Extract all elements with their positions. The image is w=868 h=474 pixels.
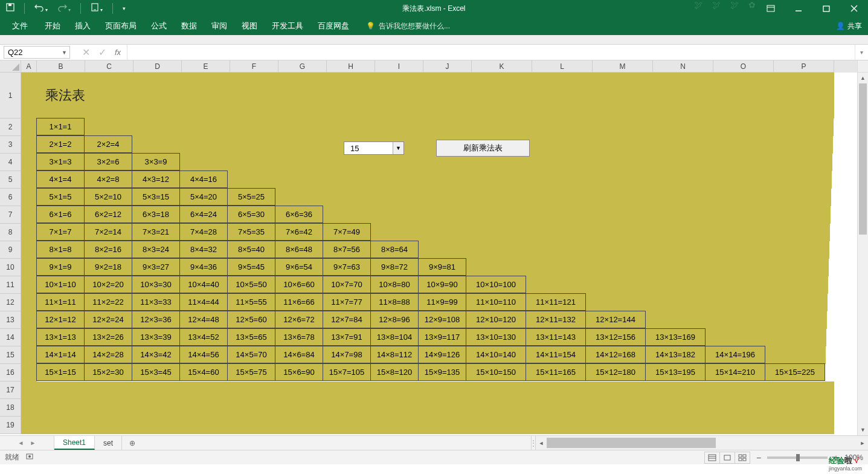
page-break-view-button[interactable] <box>735 452 750 464</box>
table-cell[interactable]: 9×5=45 <box>227 258 275 276</box>
table-cell[interactable]: 15×15=225 <box>765 363 825 381</box>
zoom-slider[interactable] <box>767 456 828 459</box>
cell[interactable] <box>275 189 324 206</box>
cell[interactable] <box>21 171 37 189</box>
table-cell[interactable]: 10×1=10 <box>36 276 85 293</box>
table-cell[interactable]: 13×3=39 <box>132 328 180 346</box>
touch-mode-icon[interactable]: ▾ <box>91 3 103 14</box>
cell[interactable] <box>529 189 590 206</box>
table-cell[interactable]: 11×3=33 <box>132 293 180 311</box>
cell[interactable] <box>323 206 371 224</box>
cell[interactable] <box>649 206 710 224</box>
cell[interactable] <box>530 154 591 171</box>
cell[interactable] <box>651 154 712 171</box>
column-header[interactable]: H <box>327 60 375 73</box>
cell[interactable] <box>21 294 37 311</box>
cell[interactable] <box>182 417 230 434</box>
cell[interactable] <box>375 118 423 136</box>
cell[interactable] <box>420 189 469 206</box>
cell[interactable] <box>587 259 648 276</box>
cell[interactable] <box>773 118 834 136</box>
cell[interactable] <box>768 259 829 276</box>
table-cell[interactable]: 12×9=108 <box>418 311 466 328</box>
table-cell[interactable]: 7×7=49 <box>323 223 371 241</box>
cell[interactable] <box>769 241 829 259</box>
table-cell[interactable]: 5×3=15 <box>132 188 180 206</box>
cell[interactable] <box>653 417 713 434</box>
table-cell[interactable]: 14×13=182 <box>645 346 706 363</box>
cell[interactable] <box>527 259 587 276</box>
table-cell[interactable]: 8×8=64 <box>370 241 419 258</box>
cell[interactable] <box>420 206 468 224</box>
table-cell[interactable]: 11×10=110 <box>466 293 526 311</box>
table-cell[interactable]: 15×14=210 <box>705 363 765 381</box>
cell[interactable] <box>771 171 832 189</box>
cell[interactable] <box>593 381 653 399</box>
table-cell[interactable]: 7×5=35 <box>227 223 275 241</box>
table-cell[interactable]: 12×11=132 <box>526 311 586 328</box>
table-cell[interactable]: 8×3=24 <box>132 241 180 258</box>
table-cell[interactable]: 9×4=36 <box>179 258 228 276</box>
cell[interactable] <box>327 381 375 399</box>
cell[interactable] <box>327 399 375 417</box>
table-cell[interactable]: 12×5=60 <box>227 311 275 328</box>
cell[interactable] <box>230 118 278 136</box>
fx-icon[interactable]: fx <box>115 48 121 57</box>
table-cell[interactable]: 13×11=143 <box>526 328 586 346</box>
cell[interactable] <box>133 399 182 417</box>
table-cell[interactable]: 14×9=126 <box>418 346 466 363</box>
table-cell[interactable]: 13×2=26 <box>84 328 132 346</box>
scroll-left-icon[interactable]: ◄ <box>536 440 547 446</box>
formula-input[interactable] <box>127 45 855 60</box>
cell[interactable] <box>532 381 593 399</box>
table-cell[interactable]: 15×1=15 <box>36 363 85 381</box>
table-cell[interactable]: 9×1=9 <box>36 258 85 276</box>
table-cell[interactable]: 15×2=30 <box>84 363 132 381</box>
cell[interactable] <box>21 136 37 154</box>
cell[interactable] <box>21 364 37 381</box>
cell[interactable] <box>472 73 532 118</box>
cell[interactable] <box>133 118 181 136</box>
cell[interactable] <box>767 311 827 329</box>
normal-view-button[interactable] <box>704 452 720 464</box>
cell[interactable] <box>423 417 472 434</box>
cell[interactable] <box>469 189 529 206</box>
table-cell[interactable]: 6×4=24 <box>179 206 228 223</box>
cell[interactable] <box>713 417 774 434</box>
row-header[interactable]: 9 <box>0 241 21 259</box>
scroll-down-icon[interactable]: ▼ <box>858 424 868 435</box>
cell[interactable] <box>712 154 772 171</box>
cell[interactable] <box>593 417 653 434</box>
ribbon-tab-7[interactable]: 视图 <box>234 17 265 35</box>
cell[interactable] <box>590 171 651 189</box>
table-cell[interactable]: 14×7=98 <box>323 346 371 363</box>
cell[interactable] <box>181 118 230 136</box>
column-header[interactable]: P <box>774 60 834 73</box>
table-cell[interactable]: 12×1=12 <box>36 311 85 328</box>
cell[interactable] <box>591 136 652 154</box>
column-header[interactable]: E <box>182 60 230 73</box>
table-cell[interactable]: 14×3=42 <box>132 346 180 363</box>
cell[interactable] <box>589 206 649 224</box>
cell[interactable] <box>646 294 707 311</box>
ribbon-tab-8[interactable]: 开发工具 <box>265 17 310 35</box>
cell[interactable] <box>373 154 422 171</box>
cell[interactable] <box>324 171 373 189</box>
table-cell[interactable]: 8×1=8 <box>36 241 85 258</box>
cell[interactable] <box>230 399 278 417</box>
qat-customize-icon[interactable]: ▾ <box>123 5 126 11</box>
row-header[interactable]: 8 <box>0 224 21 241</box>
column-header[interactable]: B <box>37 60 85 73</box>
cell[interactable] <box>327 73 375 118</box>
name-box[interactable]: Q22▼ <box>4 46 70 59</box>
table-cell[interactable]: 8×7=56 <box>323 241 371 258</box>
cell[interactable] <box>371 206 420 224</box>
cell[interactable] <box>423 118 471 136</box>
table-cell[interactable]: 10×8=80 <box>370 276 419 293</box>
table-cell[interactable]: 2×1=2 <box>36 135 85 153</box>
table-cell[interactable]: 15×6=90 <box>275 363 323 381</box>
cell[interactable] <box>21 399 37 417</box>
cell[interactable] <box>371 224 419 241</box>
ribbon-tab-3[interactable]: 页面布局 <box>98 17 144 35</box>
cell[interactable] <box>707 294 767 311</box>
